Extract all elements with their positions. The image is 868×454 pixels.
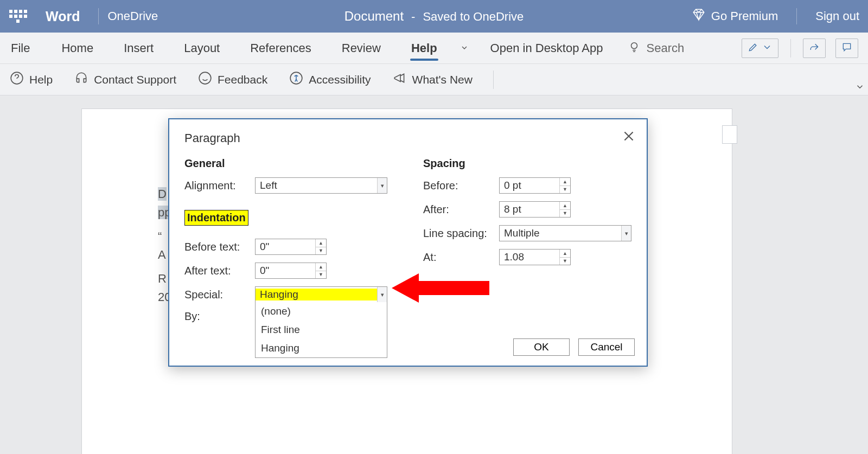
- spacing-column: Spacing Before: 0 pt ▲▼ After: 8 pt ▲▼ L…: [423, 157, 631, 330]
- open-in-desktop-button[interactable]: Open in Desktop App: [476, 41, 617, 55]
- before-text-label: Before text:: [184, 241, 255, 253]
- tab-overflow-button[interactable]: [452, 33, 476, 64]
- option-none[interactable]: (none): [256, 302, 387, 321]
- tab-insert[interactable]: Insert: [108, 33, 169, 64]
- after-text-spinner[interactable]: 0" ▲▼: [255, 263, 327, 279]
- spin-up-icon[interactable]: ▲: [316, 263, 326, 271]
- feedback-label: Feedback: [218, 73, 267, 86]
- app-name[interactable]: Word: [46, 9, 80, 24]
- spin-up-icon[interactable]: ▲: [560, 178, 570, 186]
- special-label: Special:: [184, 289, 255, 301]
- share-icon: [809, 42, 820, 55]
- indentation-heading: Indentation: [184, 210, 248, 226]
- search-label: Search: [647, 41, 685, 55]
- spin-up-icon[interactable]: ▲: [316, 239, 326, 247]
- go-premium-button[interactable]: Go Premium: [692, 8, 778, 25]
- divider: [790, 39, 791, 57]
- app-launcher-icon[interactable]: [9, 7, 27, 25]
- by-label: By:: [184, 310, 255, 323]
- divider: [796, 8, 797, 24]
- before-text-spinner[interactable]: 0" ▲▼: [255, 239, 327, 255]
- help-button[interactable]: Help: [5, 68, 57, 91]
- share-button[interactable]: [803, 39, 826, 58]
- special-dropdown-list: (none) First line Hanging: [255, 302, 387, 358]
- spin-up-icon[interactable]: ▲: [560, 202, 570, 210]
- pencil-icon: [748, 42, 758, 55]
- after-text-label: After text:: [184, 265, 255, 277]
- location-link[interactable]: OneDrive: [107, 9, 158, 23]
- contact-support-button[interactable]: Contact Support: [70, 68, 181, 91]
- general-column: General Alignment: Left ▾ Indentation Be…: [184, 157, 391, 330]
- tab-layout[interactable]: Layout: [169, 33, 235, 64]
- help-label: Help: [29, 73, 53, 86]
- general-heading: General: [184, 157, 391, 170]
- after-spacing-spinner[interactable]: 8 pt ▲▼: [499, 201, 571, 218]
- tab-home[interactable]: Home: [46, 33, 108, 64]
- whats-new-button[interactable]: What's New: [388, 68, 477, 91]
- lightbulb-icon: [628, 41, 640, 55]
- contact-support-label: Contact Support: [94, 73, 176, 86]
- special-select[interactable]: Hanging ▾ (none) First line Hanging: [255, 286, 387, 303]
- before-spacing-spinner[interactable]: 0 pt ▲▼: [499, 177, 571, 194]
- tab-references[interactable]: References: [235, 33, 327, 64]
- spin-down-icon[interactable]: ▼: [560, 210, 570, 218]
- option-first-line[interactable]: First line: [256, 321, 387, 339]
- dash: -: [411, 10, 415, 24]
- document-name[interactable]: Document: [344, 9, 404, 24]
- tab-help[interactable]: Help: [396, 33, 452, 64]
- chevron-down-icon[interactable]: ▾: [377, 178, 387, 193]
- spin-up-icon[interactable]: ▲: [560, 250, 570, 258]
- spin-down-icon[interactable]: ▼: [316, 247, 326, 255]
- collapse-ribbon-button[interactable]: [855, 82, 865, 94]
- accessibility-button[interactable]: Accessibility: [285, 68, 375, 91]
- before-spacing-label: Before:: [423, 180, 499, 192]
- option-hanging[interactable]: Hanging: [256, 339, 387, 357]
- svg-point-2: [199, 72, 211, 84]
- headset-icon: [74, 71, 88, 88]
- feedback-button[interactable]: Feedback: [194, 68, 272, 91]
- accessibility-label: Accessibility: [309, 73, 371, 86]
- before-text-value: 0": [256, 241, 315, 253]
- alignment-select[interactable]: Left ▾: [255, 177, 387, 194]
- ok-button[interactable]: OK: [513, 338, 570, 356]
- text-fragment: D: [158, 187, 167, 201]
- alignment-value: Left: [256, 180, 377, 191]
- title-center: Document - Saved to OneDrive: [344, 9, 524, 24]
- at-label: At:: [423, 251, 499, 264]
- chevron-down-icon[interactable]: ▾: [621, 226, 631, 241]
- after-text-value: 0": [256, 265, 315, 277]
- question-icon: [10, 71, 24, 88]
- smile-icon: [198, 71, 212, 88]
- alignment-label: Alignment:: [184, 180, 255, 192]
- ribbon-tabs: File Home Insert Layout References Revie…: [0, 33, 868, 64]
- dialog-title: Paragraph: [184, 131, 631, 145]
- chevron-down-icon: [762, 42, 773, 55]
- ribbon-commands: Help Contact Support Feedback Accessibil…: [0, 64, 868, 95]
- tab-review[interactable]: Review: [327, 33, 396, 64]
- title-bar: Word OneDrive Document - Saved to OneDri…: [0, 0, 868, 33]
- divider: [98, 8, 99, 24]
- paragraph-dialog: Paragraph General Alignment: Left ▾ Inde…: [168, 118, 648, 367]
- before-spacing-value: 0 pt: [500, 180, 559, 191]
- comments-button[interactable]: [835, 39, 858, 58]
- after-spacing-label: After:: [423, 203, 499, 216]
- search-button[interactable]: Search: [617, 41, 695, 55]
- divider: [493, 71, 494, 89]
- spin-down-icon[interactable]: ▼: [560, 258, 570, 265]
- tab-file[interactable]: File: [3, 33, 46, 64]
- accessibility-icon: [289, 71, 303, 88]
- at-spinner[interactable]: 1.08 ▲▼: [499, 249, 571, 265]
- chevron-down-icon: [460, 41, 469, 55]
- spin-down-icon[interactable]: ▼: [560, 186, 570, 194]
- spacing-heading: Spacing: [423, 157, 631, 170]
- cancel-button[interactable]: Cancel: [578, 338, 635, 356]
- svg-point-0: [631, 42, 637, 48]
- sign-out-link[interactable]: Sign out: [815, 9, 859, 23]
- megaphone-icon: [393, 71, 407, 88]
- editing-mode-button[interactable]: [742, 39, 778, 58]
- close-button[interactable]: [622, 129, 636, 145]
- spin-down-icon[interactable]: ▼: [316, 271, 326, 279]
- line-spacing-select[interactable]: Multiple ▾: [499, 225, 631, 241]
- chevron-down-icon[interactable]: ▾: [377, 287, 387, 302]
- at-value: 1.08: [500, 251, 559, 263]
